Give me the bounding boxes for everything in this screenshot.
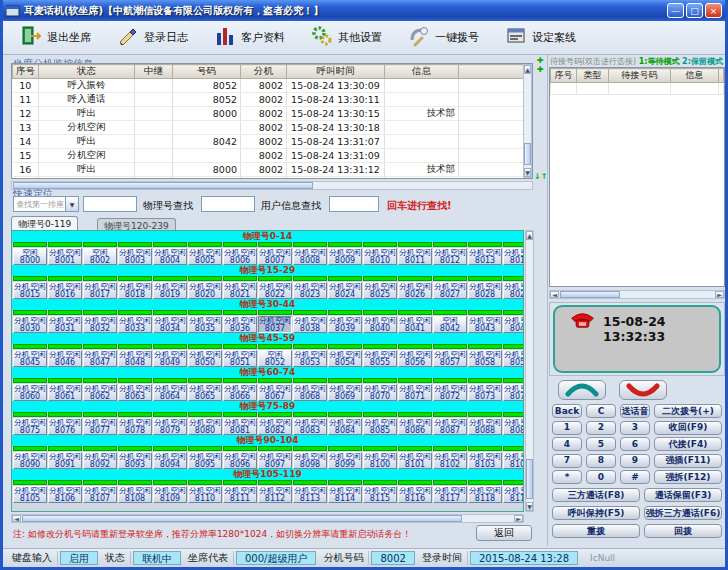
physical-search-input[interactable] — [201, 196, 255, 212]
ext-button-8038[interactable]: 分机空闲8038 — [293, 316, 327, 333]
ext-button-8044[interactable]: 分机空闲8044 — [503, 316, 524, 333]
scroll-left-icon[interactable]: ◄ — [12, 515, 21, 522]
ext-button-8049[interactable]: 分机空闲8049 — [153, 350, 187, 367]
ext-button-8061[interactable]: 分机空闲8061 — [48, 384, 82, 401]
ext-button-8039[interactable]: 分机空闲8039 — [328, 316, 362, 333]
ext-button-8009[interactable]: 分机空闲8009 — [328, 248, 362, 265]
ext-button-8020[interactable]: 分机空闲8020 — [188, 282, 222, 299]
ext-button-8064[interactable]: 分机空闲8064 — [153, 384, 187, 401]
ext-button-8070[interactable]: 分机空闲8070 — [363, 384, 397, 401]
ext-button-8040[interactable]: 分机空闲8040 — [363, 316, 397, 333]
ext-button-8012[interactable]: 分机空闲8012 — [433, 248, 467, 265]
key-Back[interactable]: Back — [552, 404, 582, 418]
ext-button-8029[interactable]: 分机空闲8029 — [503, 282, 524, 299]
ext-button-8083[interactable]: 分机空闲8083 — [293, 418, 327, 435]
ext-button-8085[interactable]: 分机空闲8085 — [363, 418, 397, 435]
monitor-hscroll-thumb[interactable] — [13, 182, 313, 189]
ext-button-8100[interactable]: 分机空闲8100 — [363, 452, 397, 469]
ext-button-8024[interactable]: 分机空闲8024 — [328, 282, 362, 299]
ext-button-8076[interactable]: 分机空闲8076 — [48, 418, 82, 435]
waiting-hscroll-thumb[interactable] — [560, 291, 620, 298]
key-0[interactable]: 0 — [586, 470, 616, 484]
ext-button-8077[interactable]: 分机空闲8077 — [83, 418, 117, 435]
ext-button-8082[interactable]: 分机空闲8082 — [258, 418, 292, 435]
ext-button-8086[interactable]: 分机空闲8086 — [398, 418, 432, 435]
key-通话保留(F3)[interactable]: 通话保留(F3) — [644, 488, 722, 502]
ext-button-8112[interactable]: 分机空闲8112 — [258, 486, 292, 503]
ext-button-8043[interactable]: 分机空闲8043 — [468, 316, 502, 333]
ext-button-8081[interactable]: 分机空闲8081 — [223, 418, 257, 435]
grid-hscrollbar[interactable]: ◄ ► — [11, 514, 524, 523]
monitor-row[interactable]: 16呼出8000800215-08-24 13:31:12技术部 — [13, 163, 525, 177]
ext-button-8099[interactable]: 分机空闲8099 — [328, 452, 362, 469]
key-2[interactable]: 2 — [586, 421, 616, 435]
key-三方通话(F8)[interactable]: 三方通话(F8) — [552, 488, 640, 502]
scroll-up-icon[interactable]: ▲ — [524, 65, 531, 74]
key-强拆三方通话(F6)[interactable]: 强拆三方通话(F6) — [644, 506, 722, 520]
key-C[interactable]: C — [586, 404, 616, 418]
ext-button-8103[interactable]: 分机空闲8103 — [468, 452, 502, 469]
ext-button-8063[interactable]: 分机空闲8063 — [118, 384, 152, 401]
ext-button-8013[interactable]: 分机空闲8013 — [468, 248, 502, 265]
ext-button-8025[interactable]: 分机空闲8025 — [363, 282, 397, 299]
ext-button-8035[interactable]: 分机空闲8035 — [188, 316, 222, 333]
tab-physical-0-119[interactable]: 物理号0-119 — [11, 216, 78, 230]
toolbar-button-settings-gears[interactable]: 其他设置 — [302, 20, 391, 55]
ext-button-8033[interactable]: 分机空闲8033 — [118, 316, 152, 333]
user-search-input[interactable] — [329, 196, 379, 212]
close-button[interactable]: × — [705, 3, 722, 18]
ext-button-8005[interactable]: 分机空闲8005 — [188, 248, 222, 265]
scroll-up-icon[interactable]: ▲ — [526, 231, 533, 240]
monitor-row[interactable]: 15分机空闲800215-08-24 13:31:09 — [13, 149, 525, 163]
ext-button-8036[interactable]: 分机空闲8036 — [223, 316, 257, 333]
ext-button-8016[interactable]: 分机空闲8016 — [48, 282, 82, 299]
ext-button-8106[interactable]: 分机空闲8106 — [48, 486, 82, 503]
ext-button-8074[interactable]: 分机空闲8074 — [503, 384, 524, 401]
ext-button-8000[interactable]: 空闲8000 — [13, 248, 47, 265]
ext-button-8075[interactable]: 分机空闲8075 — [13, 418, 47, 435]
ext-button-8015[interactable]: 分机空闲8015 — [13, 282, 47, 299]
ext-button-8028[interactable]: 分机空闲8028 — [468, 282, 502, 299]
ext-button-8097[interactable]: 分机空闲8097 — [258, 452, 292, 469]
ext-button-8098[interactable]: 分机空闲8098 — [293, 452, 327, 469]
key-1[interactable]: 1 — [552, 421, 582, 435]
ext-button-8023[interactable]: 分机空闲8023 — [293, 282, 327, 299]
ext-button-8037[interactable]: 分机空闲8037 — [258, 316, 292, 333]
toolbar-button-login-log[interactable]: 登录日志 — [108, 20, 197, 55]
ext-button-8073[interactable]: 分机空闲8073 — [468, 384, 502, 401]
ext-button-8084[interactable]: 分机空闲8084 — [328, 418, 362, 435]
ext-button-8114[interactable]: 分机空闲8114 — [328, 486, 362, 503]
ext-button-8027[interactable]: 分机空闲8027 — [433, 282, 467, 299]
ext-button-8019[interactable]: 分机空闲8019 — [153, 282, 187, 299]
ext-button-8065[interactable]: 分机空闲8065 — [188, 384, 222, 401]
ext-button-8018[interactable]: 分机空闲8018 — [118, 282, 152, 299]
ext-button-8007[interactable]: 分机空闲8007 — [258, 248, 292, 265]
scroll-right-icon[interactable]: ► — [514, 515, 523, 522]
key-8[interactable]: 8 — [586, 454, 616, 468]
ext-button-8017[interactable]: 分机空闲8017 — [83, 282, 117, 299]
ext-button-8067[interactable]: 分机空闲8067 — [258, 384, 292, 401]
ext-button-8105[interactable]: 分机空闲8105 — [13, 486, 47, 503]
ext-button-8004[interactable]: 分机空闲8004 — [153, 248, 187, 265]
minimize-button[interactable]: — — [667, 3, 684, 18]
ext-button-8090[interactable]: 分机空闲8090 — [13, 452, 47, 469]
key-#[interactable]: # — [620, 470, 650, 484]
waiting-hscrollbar[interactable]: ◄ ► — [549, 290, 725, 299]
ext-button-8001[interactable]: 分机空闲8001 — [48, 248, 82, 265]
key-重拨[interactable]: 重拨 — [552, 524, 640, 538]
grid-vscrollbar[interactable]: ▲ ▼ — [525, 230, 534, 512]
ext-button-8057[interactable]: 分机空闲8057 — [433, 350, 467, 367]
ext-button-8053[interactable]: 分机空闲8053 — [293, 350, 327, 367]
scroll-left-icon[interactable]: ◄ — [550, 291, 559, 298]
locate-input[interactable] — [83, 196, 137, 212]
ext-button-8113[interactable]: 分机空闲8113 — [293, 486, 327, 503]
ext-button-8055[interactable]: 分机空闲8055 — [363, 350, 397, 367]
ext-button-8047[interactable]: 分机空闲8047 — [83, 350, 117, 367]
ext-button-8089[interactable]: 分机空闲8089 — [503, 418, 524, 435]
ext-button-8096[interactable]: 分机空闲8096 — [223, 452, 257, 469]
ext-button-8045[interactable]: 分机空闲8045 — [13, 350, 47, 367]
key-送话音[interactable]: 送话音 — [620, 404, 650, 418]
ext-button-8010[interactable]: 分机空闲8010 — [363, 248, 397, 265]
ext-button-8107[interactable]: 分机空闲8107 — [83, 486, 117, 503]
ext-button-8032[interactable]: 分机空闲8032 — [83, 316, 117, 333]
